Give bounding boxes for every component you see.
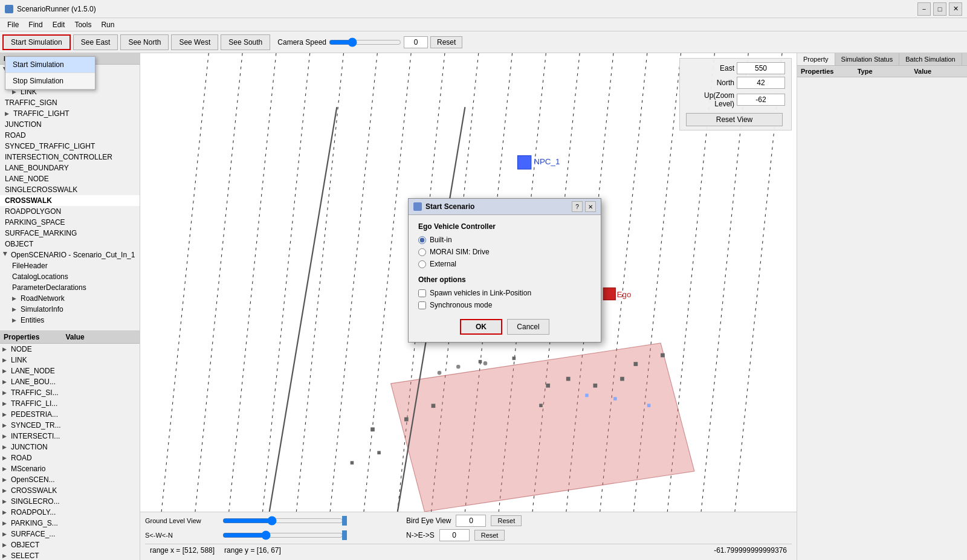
tree-item-catalog[interactable]: CatalogLocations — [0, 271, 140, 282]
prop-lane-bou[interactable]: ▶LANE_BOU... — [0, 376, 140, 387]
tree-item-siminfo[interactable]: ▶ SimulatorInfo — [0, 304, 140, 315]
menu-find[interactable]: Find — [24, 19, 47, 30]
option-builtin[interactable]: Built-in — [418, 236, 591, 244]
menu-edit[interactable]: Edit — [48, 19, 70, 30]
prop-traffic-li[interactable]: ▶TRAFFIC_LI... — [0, 398, 140, 409]
prop-traffic-si[interactable]: ▶TRAFFIC_SI... — [0, 387, 140, 398]
prop-roadpoly[interactable]: ▶ROADPOLY... — [0, 507, 140, 518]
dialog-help-button[interactable]: ? — [572, 201, 583, 212]
ok-button[interactable]: OK — [460, 319, 502, 335]
spawn-vehicles-checkbox[interactable] — [418, 289, 426, 297]
prop-openscen[interactable]: ▶OpenSCEN... — [0, 474, 140, 485]
single-crosswalk-label: SINGLECROSSWALK — [5, 185, 77, 194]
see-south-button[interactable]: See South — [221, 34, 270, 50]
catalog-label: CatalogLocations — [12, 272, 68, 281]
menu-run[interactable]: Run — [96, 19, 119, 30]
minimize-button[interactable]: − — [917, 2, 931, 16]
dialog-close-button[interactable]: ✕ — [585, 201, 596, 212]
see-north-button[interactable]: See North — [120, 34, 169, 50]
ego-controller-options: Built-in MORAI SIM: Drive External — [418, 236, 591, 268]
tree-item-junction[interactable]: JUNCTION — [0, 119, 140, 130]
tree-item-roadpolygon[interactable]: ROADPOLYGON — [0, 206, 140, 217]
tree-item-lane-node[interactable]: LANE_NODE — [0, 173, 140, 184]
prop-parking-s[interactable]: ▶PARKING_S... — [0, 518, 140, 529]
tree-item-entities[interactable]: ▶ Entities — [0, 315, 140, 326]
tree-item-traffic-light[interactable]: ▶ TRAFFIC_LIGHT — [0, 108, 140, 119]
maximize-button[interactable]: □ — [933, 2, 946, 16]
col-value: Value — [910, 66, 967, 77]
viewport[interactable]: NPC_1 Ego — [140, 53, 797, 560]
tree-item-surface[interactable]: SURFACE_MARKING — [0, 228, 140, 239]
see-west-button[interactable]: See West — [171, 34, 218, 50]
camera-speed-slider[interactable] — [329, 37, 401, 47]
radio-morai[interactable] — [418, 248, 426, 256]
tab-property[interactable]: Property — [797, 53, 835, 65]
tab-simulati[interactable]: Simulati ◄ — [962, 53, 967, 65]
tree-item-param[interactable]: ParameterDeclarations — [0, 282, 140, 293]
prop-pedestria[interactable]: ▶PEDESTRIA... — [0, 409, 140, 420]
roadnetwork-arrow: ▶ — [12, 295, 18, 301]
tree-item-road[interactable]: ROAD — [0, 130, 140, 141]
prop-synced-tr[interactable]: ▶SYNCED_TR... — [0, 420, 140, 431]
prop-object[interactable]: ▶OBJECT — [0, 539, 140, 550]
tree-item-parking[interactable]: PARKING_SPACE — [0, 217, 140, 228]
close-button[interactable]: ✕ — [949, 2, 962, 16]
radio-external[interactable] — [418, 260, 426, 268]
external-label: External — [430, 260, 456, 268]
start-simulation-button[interactable]: Start Simulation — [2, 34, 71, 50]
tree-item-lane-boundary[interactable]: LANE_BOUNDARY — [0, 163, 140, 173]
tree-item-single-crosswalk[interactable]: SINGLECROSSWALK — [0, 184, 140, 195]
see-east-button[interactable]: See East — [73, 34, 118, 50]
svg-rect-32 — [351, 461, 354, 465]
direction-slider[interactable] — [222, 530, 343, 540]
synchronous-option[interactable]: Synchronous mode — [418, 301, 591, 309]
menu-tools[interactable]: Tools — [70, 19, 96, 30]
prop-surface[interactable]: ▶SURFACE_... — [0, 529, 140, 539]
prop-node[interactable]: ▶NODE — [0, 344, 140, 355]
radio-builtin[interactable] — [418, 236, 426, 244]
zoom-value[interactable] — [737, 94, 785, 106]
prop-lane-node[interactable]: ▶LANE_NODE — [0, 365, 140, 376]
tree-item-crosswalk[interactable]: CROSSWALK — [0, 195, 140, 206]
cancel-button[interactable]: Cancel — [507, 319, 549, 335]
tree-item-openscenario[interactable]: ▶ OpenSCENARIO - Scenario_Cut_In_1 — [0, 249, 140, 260]
prop-crosswalk[interactable]: ▶CROSSWALK — [0, 485, 140, 496]
synchronous-checkbox[interactable] — [418, 301, 426, 309]
menu-file[interactable]: File — [2, 19, 24, 30]
north-value[interactable] — [737, 77, 785, 89]
ground-level-slider[interactable] — [222, 516, 343, 526]
direction-reset-button[interactable]: Reset — [474, 530, 505, 541]
tab-simulation-status[interactable]: Simulation Status — [835, 53, 900, 65]
stop-simulation-menu-item[interactable]: Stop Simulation — [5, 73, 95, 89]
spawn-vehicles-option[interactable]: Spawn vehicles in Link-Position — [418, 289, 591, 297]
tab-batch-simulation[interactable]: Batch Simulation — [899, 53, 962, 65]
option-external[interactable]: External — [418, 260, 591, 268]
direction-value[interactable] — [439, 529, 470, 541]
crosswalk-label: CROSSWALK — [5, 196, 52, 205]
option-morai[interactable]: MORAI SIM: Drive — [418, 248, 591, 256]
camera-reset-button[interactable]: Reset — [430, 36, 462, 48]
zoom-row: Up(Zoom Level) — [686, 91, 785, 108]
prop-select[interactable]: ▶SELECT — [0, 550, 140, 560]
tree-item-intersection[interactable]: INTERSECTION_CONTROLLER — [0, 152, 140, 163]
bird-eye-reset-button[interactable]: Reset — [491, 515, 522, 526]
tree-item-traffic-sign[interactable]: TRAFFIC_SIGN — [0, 97, 140, 108]
prop-mscenario[interactable]: ▶MScenario — [0, 463, 140, 474]
tree-item-fileheader[interactable]: FileHeader — [0, 260, 140, 271]
tree-item-object[interactable]: OBJECT — [0, 239, 140, 249]
bird-eye-value[interactable] — [456, 515, 486, 527]
camera-speed-value[interactable] — [404, 36, 428, 48]
east-value[interactable] — [737, 62, 785, 74]
reset-view-button[interactable]: Reset View — [686, 113, 783, 126]
prop-singlecro[interactable]: ▶SINGLECRO... — [0, 496, 140, 507]
prop-intersecti[interactable]: ▶INTERSECTI... — [0, 431, 140, 442]
prop-junction[interactable]: ▶JUNCTION — [0, 442, 140, 452]
title-bar: ScenarioRunner (v1.5.0) − □ ✕ — [0, 0, 967, 18]
tree-item-synced-traffic[interactable]: SYNCED_TRAFFIC_LIGHT — [0, 141, 140, 152]
prop-road[interactable]: ▶ROAD — [0, 452, 140, 463]
tree-item-roadnetwork[interactable]: ▶ RoadNetwork — [0, 293, 140, 304]
openscenario-label: OpenSCENARIO - Scenario_Cut_In_1 — [11, 251, 135, 259]
start-simulation-menu-item[interactable]: Start Simulation — [5, 57, 95, 73]
prop-link[interactable]: ▶LINK — [0, 355, 140, 365]
right-props-content — [797, 77, 967, 560]
